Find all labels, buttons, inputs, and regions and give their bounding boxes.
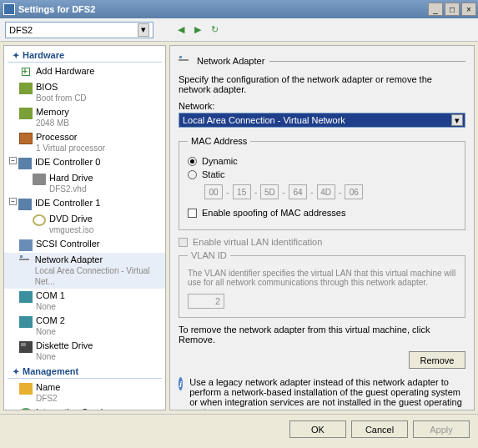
dvd-icon: [33, 214, 46, 226]
mac-octet-4[interactable]: 4D: [317, 184, 335, 199]
mac-address-group: MAC Address Dynamic Static 00- 15- 5D- 6…: [179, 136, 465, 230]
dropdown-icon: ▾: [138, 23, 149, 37]
pane-title: Network Adapter: [197, 56, 264, 66]
dialog-footer: OK Cancel Apply: [0, 414, 478, 444]
divider: [269, 61, 465, 62]
prev-icon[interactable]: ◀: [175, 24, 187, 36]
checkbox-spoof[interactable]: Enable spoofing of MAC addresses: [188, 208, 456, 218]
sidebar-item-memory[interactable]: Memory2048 MB: [4, 105, 165, 130]
vlan-legend: VLAN ID: [188, 250, 230, 260]
processor-icon: [19, 133, 33, 144]
sidebar-item-com2[interactable]: COM 2None: [4, 314, 165, 339]
vlan-description: The VLAN identifier specifies the virtua…: [188, 269, 456, 287]
ok-button[interactable]: OK: [289, 420, 346, 438]
network-icon: [179, 56, 192, 68]
apply-button[interactable]: Apply: [413, 420, 470, 438]
sidebar-item-scsi[interactable]: SCSI Controller: [4, 237, 165, 253]
remove-button[interactable]: Remove: [409, 351, 465, 369]
radio-icon: [188, 170, 197, 179]
dropdown-icon: ▾: [451, 114, 463, 126]
sidebar-item-processor[interactable]: Processor1 Virtual processor: [4, 130, 165, 155]
vm-selector-value: DFS2: [9, 25, 138, 35]
info-text: Use a legacy network adapter instead of …: [189, 377, 465, 410]
network-select-value: Local Area Connection - Virtual Network: [183, 115, 451, 125]
mac-octet-5[interactable]: 06: [345, 184, 363, 199]
checkbox-icon: [179, 238, 188, 247]
sidebar-item-add-hardware[interactable]: Add Hardware: [4, 64, 165, 80]
next-icon[interactable]: ▶: [192, 24, 204, 36]
collapse-icon[interactable]: −: [9, 157, 17, 164]
radio-icon: [188, 157, 197, 166]
refresh-icon[interactable]: ↻: [209, 24, 220, 36]
vlan-group: VLAN ID The VLAN identifier specifies th…: [179, 250, 465, 318]
sidebar-item-bios[interactable]: BIOSBoot from CD: [4, 80, 165, 105]
checkbox-vlan-enable[interactable]: Enable virtual LAN identification: [179, 237, 465, 247]
sidebar-item-dvddrive[interactable]: DVD Drivevmguest.iso: [4, 212, 165, 237]
sidebar-item-ide1[interactable]: −IDE Controller 1: [4, 196, 165, 212]
mac-octet-0[interactable]: 00: [204, 184, 223, 199]
radio-static[interactable]: Static: [188, 169, 456, 179]
vm-selector[interactable]: DFS2 ▾: [5, 22, 153, 38]
sidebar-item-diskette[interactable]: Diskette DriveNone: [4, 339, 165, 364]
integration-icon: [19, 408, 33, 410]
sidebar-item-com1[interactable]: COM 1None: [4, 289, 165, 314]
ide-icon: [18, 158, 32, 169]
sidebar: ✦ Hardware Add Hardware BIOSBoot from CD…: [3, 45, 166, 410]
app-icon: [3, 3, 15, 15]
sidebar-item-harddrive[interactable]: Hard DriveDFS2.vhd: [4, 171, 165, 196]
com-icon: [19, 316, 33, 328]
cancel-button[interactable]: Cancel: [351, 420, 408, 438]
section-management: ✦ Management: [8, 364, 162, 379]
mac-octet-1[interactable]: 15: [233, 184, 251, 199]
sidebar-item-name[interactable]: NameDFS2: [4, 380, 165, 405]
mac-octet-2[interactable]: 5D: [260, 184, 279, 199]
remove-description: To remove the network adapter from this …: [179, 325, 465, 345]
section-hardware: ✦ Hardware: [8, 48, 162, 63]
hdd-icon: [33, 174, 46, 185]
close-button[interactable]: ×: [461, 3, 476, 16]
sidebar-item-ide0[interactable]: −IDE Controller 0: [4, 155, 165, 171]
diskette-icon: [19, 341, 33, 353]
info-icon: i: [179, 377, 183, 390]
info-box: i Use a legacy network adapter instead o…: [179, 377, 465, 410]
bios-icon: [19, 83, 33, 94]
network-select[interactable]: Local Area Connection - Virtual Network …: [179, 113, 465, 128]
checkbox-icon: [188, 209, 197, 218]
add-icon: [19, 67, 33, 78]
minimize-button[interactable]: _: [428, 3, 443, 16]
titlebar: Settings for DFS2 _ □ ×: [0, 0, 478, 18]
maximize-button[interactable]: □: [445, 3, 460, 16]
sidebar-item-network-adapter[interactable]: Network AdapterLocal Area Connection - V…: [4, 253, 165, 289]
mac-octet-3[interactable]: 64: [289, 184, 307, 199]
content-pane: Network Adapter Specify the configuratio…: [169, 45, 475, 410]
network-label: Network:: [179, 101, 465, 111]
com-icon: [19, 291, 33, 303]
radio-dynamic[interactable]: Dynamic: [188, 156, 456, 166]
toolbar: DFS2 ▾ ◀ ▶ ↻: [0, 18, 478, 42]
collapse-icon[interactable]: ✦: [13, 51, 19, 60]
sidebar-item-integration[interactable]: Integration ServicesAll services offered: [4, 405, 165, 410]
ide-icon: [18, 199, 32, 210]
name-icon: [19, 383, 33, 395]
vlan-id-input[interactable]: [188, 294, 224, 309]
window-title: Settings for DFS2: [18, 4, 426, 14]
memory-icon: [19, 108, 33, 119]
network-icon: [19, 255, 32, 267]
mac-octets: 00- 15- 5D- 64- 4D- 06: [188, 184, 456, 199]
mac-legend: MAC Address: [188, 136, 250, 146]
pane-description: Specify the configuration of the network…: [179, 74, 465, 94]
scsi-icon: [19, 239, 33, 251]
collapse-icon[interactable]: −: [9, 198, 17, 205]
collapse-icon[interactable]: ✦: [13, 367, 19, 376]
